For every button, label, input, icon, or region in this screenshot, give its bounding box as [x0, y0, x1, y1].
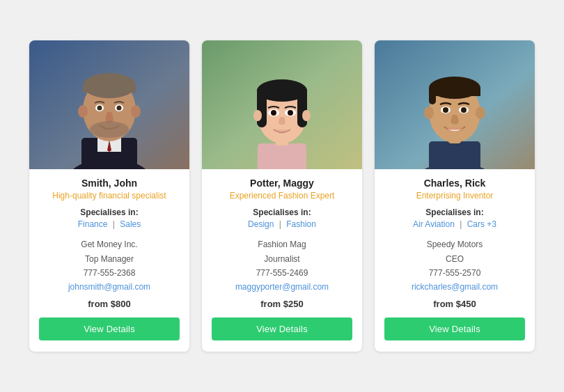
card-title: Enterprising Inventor [384, 191, 525, 201]
svg-point-29 [271, 110, 276, 116]
card-price: from $250 [212, 299, 352, 309]
card-email: rickcharles@gmail.com [412, 282, 498, 292]
svg-rect-37 [429, 88, 480, 96]
svg-rect-38 [429, 91, 436, 104]
view-details-button[interactable]: View Details [212, 317, 352, 340]
card-price: from $800 [39, 299, 180, 309]
card-body: Charles, Rick Enterprising Inventor Spec… [375, 169, 535, 317]
card-name: Charles, Rick [384, 178, 525, 189]
specialises-label: Specialises in: [39, 207, 180, 217]
svg-point-26 [302, 110, 311, 121]
card-email: johnsmith@gmail.com [68, 282, 150, 292]
svg-point-39 [424, 107, 434, 119]
card-email: maggyporter@gmail.com [235, 282, 329, 292]
card-body: Potter, Maggy Experienced Fashion Expert… [202, 169, 362, 317]
card-info: Speedy Motors CEO 777-555-2570 rickcharl… [384, 237, 525, 295]
card-specialises: Design | Fashion [212, 219, 352, 229]
card-specialises: Air Aviation | Cars +3 [384, 219, 525, 229]
svg-point-40 [476, 107, 485, 119]
card-photo [202, 40, 362, 169]
specialise-item: Sales [120, 219, 141, 229]
card-info: Get Money Inc. Top Manager 777-555-2368 … [39, 237, 180, 295]
separator: | [276, 219, 283, 229]
svg-rect-33 [429, 141, 480, 169]
card-price: from $450 [384, 299, 525, 309]
svg-point-14 [117, 106, 122, 111]
svg-point-13 [97, 106, 102, 111]
specialise-item: Cars +3 [467, 219, 496, 229]
svg-point-30 [288, 110, 293, 116]
specialise-item: Fashion [286, 219, 316, 229]
card-potter-maggy: Potter, Maggy Experienced Fashion Expert… [202, 40, 362, 352]
specialise-item: Air Aviation [413, 219, 455, 229]
card-charles-rick: Charles, Rick Enterprising Inventor Spec… [375, 40, 535, 352]
card-title: High-quality financial specialist [39, 191, 180, 201]
svg-point-43 [443, 107, 448, 113]
specialises-label: Specialises in: [212, 207, 352, 217]
card-specialises: Finance | Sales [39, 219, 180, 229]
svg-point-44 [461, 107, 467, 113]
cards-container: Smith, John High-quality financial speci… [15, 26, 549, 366]
card-info: Fashion Mag Journalist 777-555-2469 magg… [212, 237, 352, 295]
card-photo [375, 40, 535, 169]
svg-rect-24 [257, 89, 307, 100]
card-name: Smith, John [39, 178, 180, 189]
svg-point-10 [131, 105, 141, 118]
svg-rect-8 [83, 86, 136, 93]
svg-point-15 [90, 121, 129, 138]
card-body: Smith, John High-quality financial speci… [29, 169, 189, 317]
card-photo [29, 40, 189, 169]
card-name: Potter, Maggy [212, 178, 352, 189]
specialise-item: Finance [78, 219, 108, 229]
svg-point-9 [78, 105, 88, 118]
svg-point-25 [253, 110, 262, 121]
svg-rect-18 [258, 143, 306, 169]
card-title: Experienced Fashion Expert [212, 191, 352, 201]
view-details-button[interactable]: View Details [39, 317, 180, 340]
card-smith-john: Smith, John High-quality financial speci… [29, 40, 189, 352]
specialise-item: Design [248, 219, 274, 229]
separator: | [457, 219, 464, 229]
specialises-label: Specialises in: [384, 207, 525, 217]
separator: | [110, 219, 117, 229]
view-details-button[interactable]: View Details [384, 317, 525, 340]
